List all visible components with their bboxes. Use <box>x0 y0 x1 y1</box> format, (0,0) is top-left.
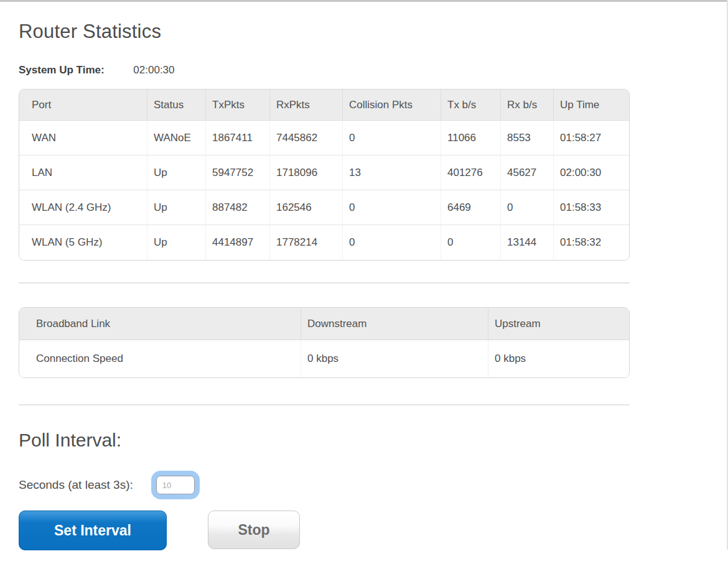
table-cell: 13 <box>342 155 441 190</box>
table-row: WLAN (5 GHz)Up44148971778214001314401:58… <box>19 225 629 260</box>
table-cell: WLAN (5 GHz) <box>19 225 147 260</box>
stop-button[interactable]: Stop <box>208 511 300 549</box>
broadband-table-header-row: Broadband LinkDownstreamUpstream <box>19 308 629 340</box>
table-cell: 1778214 <box>269 225 342 260</box>
system-uptime-label: System Up Time: <box>19 64 105 76</box>
column-header: Downstream <box>301 308 488 340</box>
table-cell: WAN <box>19 121 147 155</box>
table-cell: 0 kbps <box>301 340 488 377</box>
column-header: Port <box>19 90 147 121</box>
column-header: Upstream <box>488 308 629 340</box>
table-cell: 0 <box>342 121 441 155</box>
table-cell: 0 <box>441 225 500 260</box>
table-cell: 887482 <box>205 190 269 225</box>
table-cell: 13144 <box>500 225 553 260</box>
table-row: Connection Speed0 kbps0 kbps <box>19 340 629 377</box>
broadband-link-table: Broadband LinkDownstreamUpstream Connect… <box>19 307 630 378</box>
port-statistics-table: PortStatusTxPktsRxPktsCollision PktsTx b… <box>19 89 630 261</box>
system-uptime-row: System Up Time: 02:00:30 <box>19 64 630 76</box>
table-cell: 01:58:33 <box>553 190 629 225</box>
table-cell: 0 <box>342 190 441 225</box>
seconds-input[interactable] <box>156 476 195 494</box>
table-cell: Up <box>147 190 205 225</box>
page-top-border <box>0 0 728 2</box>
table-cell: 0 <box>342 225 441 260</box>
table-cell: 11066 <box>441 121 500 155</box>
table-row: WLAN (2.4 GHz)Up88748216254606469001:58:… <box>19 190 629 225</box>
table-cell: Up <box>147 225 205 260</box>
column-header: Up Time <box>553 90 629 121</box>
poll-seconds-row: Seconds (at least 3s): <box>19 476 630 494</box>
column-header: Broadband Link <box>19 308 301 340</box>
column-header: Rx b/s <box>500 90 553 121</box>
section-divider <box>19 404 630 405</box>
port-table-header-row: PortStatusTxPktsRxPktsCollision PktsTx b… <box>19 90 629 121</box>
table-cell: 01:58:27 <box>553 121 629 155</box>
table-cell: 1867411 <box>205 121 269 155</box>
column-header: Tx b/s <box>441 90 500 121</box>
system-uptime-value: 02:00:30 <box>133 64 174 76</box>
table-cell: 401276 <box>441 155 500 190</box>
poll-interval-heading: Poll Interval: <box>19 430 630 451</box>
table-cell: LAN <box>19 155 147 190</box>
table-cell: WANoE <box>147 121 205 155</box>
column-header: TxPkts <box>205 90 269 121</box>
table-cell: Up <box>147 155 205 190</box>
table-cell: Connection Speed <box>19 340 301 377</box>
table-cell: 4414897 <box>205 225 269 260</box>
section-divider <box>19 282 630 284</box>
table-cell: 01:58:32 <box>553 225 629 260</box>
table-row: WANWANoE18674117445862011066855301:58:27 <box>19 121 629 155</box>
column-header: Status <box>147 90 205 121</box>
table-cell: WLAN (2.4 GHz) <box>19 190 147 225</box>
table-row: LANUp59477521718096134012764562702:00:30 <box>19 155 629 190</box>
column-header: RxPkts <box>269 90 342 121</box>
poll-buttons-row: Set Interval Stop <box>19 511 630 550</box>
table-cell: 0 kbps <box>488 340 629 377</box>
table-cell: 45627 <box>500 155 553 190</box>
table-cell: 6469 <box>441 190 500 225</box>
table-cell: 7445862 <box>269 121 342 155</box>
page-title: Router Statistics <box>19 21 630 43</box>
table-cell: 162546 <box>269 190 342 225</box>
set-interval-button[interactable]: Set Interval <box>19 511 167 550</box>
column-header: Collision Pkts <box>342 90 441 121</box>
table-cell: 02:00:30 <box>553 155 629 190</box>
table-cell: 5947752 <box>205 155 269 190</box>
router-statistics-page: Router Statistics System Up Time: 02:00:… <box>0 21 630 550</box>
seconds-label: Seconds (at least 3s): <box>19 478 133 492</box>
table-cell: 1718096 <box>269 155 342 190</box>
table-cell: 0 <box>500 190 553 225</box>
table-cell: 8553 <box>500 121 553 155</box>
